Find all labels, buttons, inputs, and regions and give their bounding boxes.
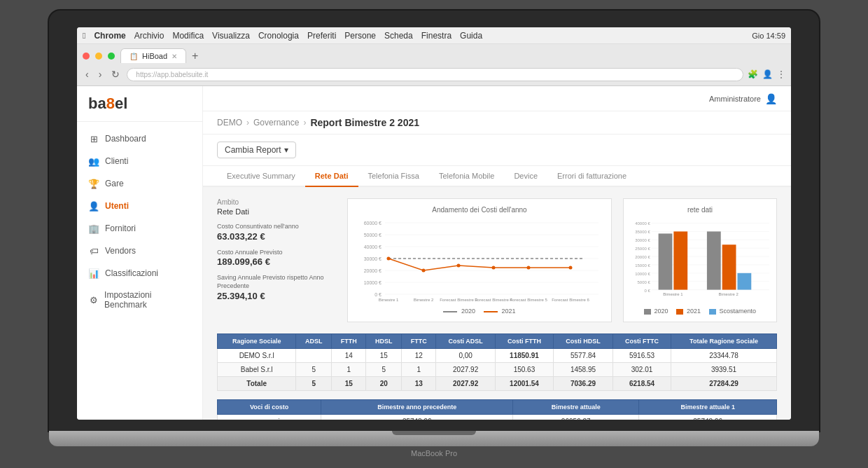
laptop-base [49, 431, 819, 446]
menubar-right: Gio 14:59 [752, 32, 785, 40]
ambito-label: Ambito [217, 198, 336, 206]
admin-badge: Amministratore 👤 [709, 93, 777, 104]
breadcrumb-governance[interactable]: Governance [253, 118, 299, 128]
cambia-report-label: Cambia Report [225, 145, 281, 155]
back-button[interactable]: ‹ [83, 67, 92, 81]
th-ftth: FTTH [332, 334, 366, 349]
line-chart-title: Andamento dei Costi dell'anno [355, 206, 604, 214]
bar-chart-legend: 2020 2021 Scostamento [631, 308, 769, 315]
cambia-report-button[interactable]: Cambia Report ▾ [217, 142, 296, 158]
th-adsl: ADSL [296, 334, 332, 349]
legend-2020-line-icon [443, 311, 457, 312]
breadcrumb-demo[interactable]: DEMO [217, 118, 242, 128]
content-area: Ambito Rete Dati Costo Consuntivato nell… [203, 187, 791, 420]
metric-costo-consuntivato: Costo Consuntivato nell'anno 63.033,22 € [217, 223, 336, 242]
tabs-bar: Executive Summary Rete Dati Telefonia Fi… [203, 166, 791, 187]
cell-babel-costi-adsl: 2027.92 [436, 363, 496, 377]
new-tab-button[interactable]: + [192, 50, 198, 62]
cell-babel-name: Babel S.r.l [218, 363, 296, 377]
finestra-menu[interactable]: Finestra [421, 31, 451, 41]
sidebar-label-gare: Gare [105, 179, 124, 188]
persone-menu[interactable]: Persone [344, 31, 376, 41]
scheda-menu[interactable]: Scheda [384, 31, 413, 41]
sidebar-item-gare[interactable]: 🏆 Gare [77, 172, 202, 195]
tab-telefonia-fissa[interactable]: Telefonia Fissa [358, 166, 429, 187]
bar-b1-2020 [659, 233, 673, 289]
tab-title: HiBoad [142, 52, 167, 60]
minimize-window-btn[interactable] [95, 53, 102, 60]
forward-button[interactable]: › [96, 67, 105, 81]
svg-text:35000 €: 35000 € [635, 230, 650, 234]
chrome-menu[interactable]: Chrome [94, 31, 125, 41]
time-display: Gio 14:59 [752, 32, 785, 40]
cell-demo-adsl [296, 349, 332, 363]
table-total-row: Totale 5 15 20 13 2027.92 12001.54 7036.… [218, 377, 777, 391]
cell-demo-costi-ftth: 11850.91 [495, 349, 553, 363]
tab-close-icon[interactable]: ✕ [172, 53, 177, 60]
maximize-window-btn[interactable] [108, 53, 115, 60]
archivio-menu[interactable]: Archivio [134, 31, 164, 41]
mac-menubar:  Chrome Archivio Modifica Visualizza Cr… [77, 27, 791, 44]
guida-menu[interactable]: Guida [460, 31, 482, 41]
bar-b2-2020 [707, 231, 721, 289]
modifica-menu[interactable]: Modifica [172, 31, 204, 41]
bar-legend-2021-label: 2021 [687, 308, 701, 315]
tab-executive-summary[interactable]: Executive Summary [217, 166, 305, 187]
svg-text:30000 €: 30000 € [364, 256, 382, 261]
apple-menu[interactable]:  [83, 31, 85, 41]
tab-telefonia-mobile[interactable]: Telefonia Mobile [429, 166, 505, 187]
svg-text:Forecast Bimestre 6: Forecast Bimestre 6 [552, 298, 589, 302]
cell-babel-costi-ftth: 150.63 [495, 363, 553, 377]
cell-totale-fttc: 13 [402, 377, 436, 391]
cronologia-menu[interactable]: Cronologia [258, 31, 299, 41]
bar-legend-scostamento-icon [709, 309, 716, 315]
svg-text:Bimestre 2: Bimestre 2 [718, 292, 738, 296]
metric-label-0: Costo Consuntivato nell'anno [217, 223, 336, 231]
extensions-icon[interactable]: 🧩 [748, 69, 758, 79]
sidebar-item-utenti[interactable]: 👤 Utenti [77, 195, 202, 217]
bar-legend-2020-label: 2020 [654, 308, 668, 315]
svg-point-18 [492, 266, 496, 270]
tab-bar: 📋 HiBoad ✕ + [83, 48, 785, 63]
sidebar-item-vendors[interactable]: 🏷 Vendors [77, 240, 202, 262]
cell-demo-totale: 23344.78 [671, 349, 777, 363]
cell-canoni-prec: 35748.96 [321, 415, 513, 420]
cell-canoni-att: 26956.27 [513, 415, 639, 420]
sidebar-item-impostazioni[interactable]: ⚙ Impostazioni Benchmark [77, 284, 202, 315]
visualizza-menu[interactable]: Visualizza [212, 31, 250, 41]
tab-rete-dati[interactable]: Rete Dati [305, 166, 358, 187]
reload-button[interactable]: ↻ [108, 67, 122, 81]
clienti-icon: 👥 [88, 156, 99, 167]
cell-totale-costi-hdsl: 7036.29 [553, 377, 612, 391]
metric-value-0: 63.033,22 € [217, 231, 336, 242]
menu-icon[interactable]: ⋮ [777, 69, 785, 79]
tab-errori[interactable]: Errori di fatturazione [547, 166, 636, 187]
metric-saving: Saving Annuale Previsto rispetto Anno Pr… [217, 274, 336, 301]
sidebar-item-dashboard[interactable]: ⊞ Dashboard [77, 128, 202, 150]
browser-tab-active[interactable]: 📋 HiBoad ✕ [120, 48, 186, 63]
svg-point-17 [457, 264, 461, 268]
browser-extensions: 🧩 👤 ⋮ [748, 69, 785, 79]
sidebar-item-clienti[interactable]: 👥 Clienti [77, 150, 202, 172]
bar-legend-2021: 2021 [676, 308, 701, 315]
app-layout: ba8el ⊞ Dashboard 👥 Clienti � [77, 86, 791, 420]
sidebar-label-fornitori: Fornitori [105, 223, 136, 233]
preferiti-menu[interactable]: Preferiti [307, 31, 336, 41]
cell-babel-totale: 3939.51 [671, 363, 777, 377]
cell-demo-fttc: 12 [402, 349, 436, 363]
table-row: Babel S.r.l 5 1 5 1 2027.92 150.63 1458.… [218, 363, 777, 377]
metric-value-2: 25.394,10 € [217, 291, 336, 301]
main-content: Amministratore 👤 DEMO › Governance › Rep… [203, 86, 791, 420]
tab-device[interactable]: Device [504, 166, 547, 187]
th-bimestre-att1: Bimestre attuale 1 [639, 400, 777, 415]
dashboard-icon: ⊞ [88, 133, 99, 144]
sidebar-item-classificazioni[interactable]: 📊 Classificazioni [77, 262, 202, 284]
svg-text:0 €: 0 € [644, 289, 650, 293]
address-bar[interactable]: https://app.babelsuite.it [127, 68, 743, 81]
top-bar: Amministratore 👤 [203, 86, 791, 111]
close-window-btn[interactable] [83, 53, 90, 60]
sidebar-item-fornitori[interactable]: 🏢 Fornitori [77, 217, 202, 240]
svg-text:50000 €: 50000 € [364, 233, 382, 238]
user-profile-icon[interactable]: 👤 [762, 69, 773, 79]
th-fttc: FTTC [402, 334, 436, 349]
